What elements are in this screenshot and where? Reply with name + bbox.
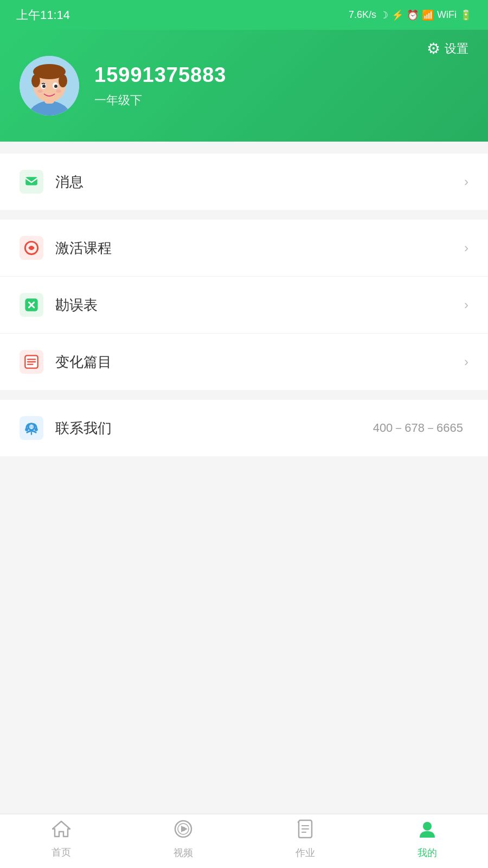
profile-info: 15991375883 一年级下 [94, 63, 226, 108]
svg-point-9 [42, 85, 46, 88]
wifi-icon: WiFi [437, 9, 457, 21]
errata-icon [20, 293, 43, 317]
moon-icon: ☽ [380, 9, 388, 21]
svg-point-11 [37, 90, 43, 93]
profile-header: ⚙ 设置 [0, 30, 488, 142]
nav-item-home[interactable]: 首页 [0, 820, 122, 859]
homework-label: 作业 [296, 846, 315, 859]
nav-item-homework[interactable]: 作业 [244, 819, 366, 859]
menu-item-errata[interactable]: 勘误表 › [0, 277, 488, 334]
video-label: 视频 [174, 846, 193, 859]
status-icons: 7.6K/s ☽ ⚡ ⏰ 📶 WiFi 🔋 [349, 9, 472, 21]
svg-rect-27 [25, 428, 28, 431]
profile-area: 15991375883 一年级下 [20, 56, 468, 116]
activate-label: 激活课程 [55, 239, 464, 258]
status-bar: 上午11:14 7.6K/s ☽ ⚡ ⏰ 📶 WiFi 🔋 [0, 0, 488, 30]
svg-point-10 [54, 85, 57, 88]
message-icon [20, 170, 43, 194]
menu-item-messages[interactable]: 消息 › [0, 154, 488, 210]
menu-item-contact[interactable]: 联系我们 400－678－6665 [0, 400, 488, 456]
alarm-icon: ⏰ [407, 9, 419, 21]
bluetooth-icon: ⚡ [391, 9, 403, 21]
profile-grade: 一年级下 [94, 92, 226, 108]
main-content: 消息 › 激活课程 › 勘误表 › [0, 142, 488, 814]
home-label: 首页 [52, 846, 71, 859]
network-speed: 7.6K/s [349, 9, 376, 21]
menu-item-activate[interactable]: 激活课程 › [0, 220, 488, 277]
messages-chevron: › [464, 174, 468, 189]
chapter-label: 变化篇目 [55, 353, 464, 372]
errata-label: 勘误表 [55, 296, 464, 315]
chapter-chevron: › [464, 354, 468, 369]
signal-icon: 📶 [422, 9, 434, 21]
svg-point-37 [423, 822, 432, 831]
svg-rect-13 [25, 177, 37, 185]
chapter-icon [20, 350, 43, 374]
home-icon [52, 820, 71, 843]
bottom-nav: 首页 视频 作业 [0, 814, 488, 868]
nav-item-mine[interactable]: 我的 [366, 819, 488, 859]
nav-item-video[interactable]: 视频 [122, 819, 244, 859]
menu-item-chapter[interactable]: 变化篇目 › [0, 334, 488, 390]
avatar [20, 56, 79, 116]
battery-icon: 🔋 [460, 9, 472, 21]
svg-point-12 [56, 90, 61, 93]
menu-group-contact: 联系我们 400－678－6665 [0, 400, 488, 456]
svg-point-6 [59, 74, 67, 87]
contact-icon [20, 416, 43, 440]
svg-point-5 [31, 74, 40, 87]
contact-label: 联系我们 [55, 419, 373, 438]
settings-label: 设置 [445, 41, 468, 57]
homework-icon [297, 819, 314, 843]
svg-rect-28 [35, 428, 38, 431]
mine-label: 我的 [418, 846, 437, 859]
svg-marker-32 [181, 826, 188, 832]
video-icon [174, 819, 193, 843]
profile-phone: 15991375883 [94, 63, 226, 87]
mine-icon [418, 819, 437, 843]
menu-group-courses: 激活课程 › 勘误表 › 变化 [0, 220, 488, 390]
activate-icon [20, 236, 43, 260]
settings-button[interactable]: ⚙ 设置 [427, 40, 468, 58]
contact-phone: 400－678－6665 [373, 420, 463, 436]
messages-label: 消息 [55, 173, 464, 192]
menu-group-messages: 消息 › [0, 154, 488, 210]
settings-icon: ⚙ [427, 40, 440, 58]
status-time: 上午11:14 [16, 7, 70, 23]
errata-chevron: › [464, 297, 468, 312]
activate-chevron: › [464, 240, 468, 256]
